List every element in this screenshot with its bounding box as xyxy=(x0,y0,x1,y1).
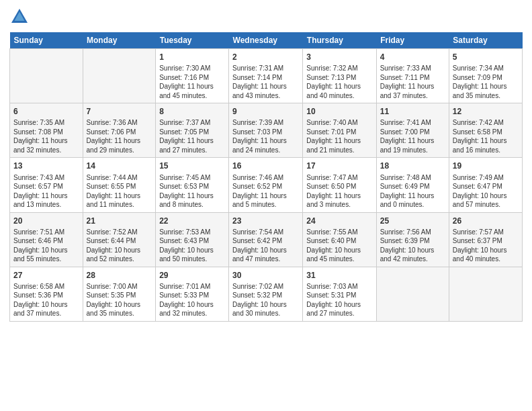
calendar-week-row: 27Sunrise: 6:58 AM Sunset: 5:36 PM Dayli… xyxy=(10,267,523,321)
calendar-cell xyxy=(10,49,83,103)
calendar-cell: 23Sunrise: 7:54 AM Sunset: 6:42 PM Dayli… xyxy=(229,212,303,267)
calendar-week-row: 13Sunrise: 7:43 AM Sunset: 6:57 PM Dayli… xyxy=(10,158,523,212)
day-number: 7 xyxy=(87,106,152,117)
weekday-header: Thursday xyxy=(303,32,376,49)
day-number: 14 xyxy=(87,161,152,171)
page-container: SundayMondayTuesdayWednesdayThursdayFrid… xyxy=(0,0,532,328)
day-number: 22 xyxy=(159,216,225,226)
calendar-cell: 19Sunrise: 7:49 AM Sunset: 6:47 PM Dayli… xyxy=(449,158,522,212)
day-number: 23 xyxy=(232,216,299,226)
calendar-week-row: 20Sunrise: 7:51 AM Sunset: 6:46 PM Dayli… xyxy=(10,212,523,267)
calendar-cell: 24Sunrise: 7:55 AM Sunset: 6:40 PM Dayli… xyxy=(303,212,376,267)
day-info: Sunrise: 7:55 AM Sunset: 6:40 PM Dayligh… xyxy=(306,228,372,264)
calendar-cell: 18Sunrise: 7:48 AM Sunset: 6:49 PM Dayli… xyxy=(376,158,449,212)
calendar-cell: 2Sunrise: 7:31 AM Sunset: 7:14 PM Daylig… xyxy=(229,49,303,103)
calendar-cell: 27Sunrise: 6:58 AM Sunset: 5:36 PM Dayli… xyxy=(10,267,83,321)
calendar-cell: 12Sunrise: 7:42 AM Sunset: 6:58 PM Dayli… xyxy=(449,103,522,158)
header xyxy=(9,7,523,27)
day-number: 12 xyxy=(453,106,519,117)
calendar-cell: 11Sunrise: 7:41 AM Sunset: 7:00 PM Dayli… xyxy=(376,103,449,158)
day-number: 19 xyxy=(453,161,519,171)
day-info: Sunrise: 7:52 AM Sunset: 6:44 PM Dayligh… xyxy=(87,228,152,264)
day-info: Sunrise: 7:33 AM Sunset: 7:11 PM Dayligh… xyxy=(380,64,445,100)
logo-icon xyxy=(9,7,30,27)
day-info: Sunrise: 7:34 AM Sunset: 7:09 PM Dayligh… xyxy=(453,64,519,100)
calendar-cell: 6Sunrise: 7:35 AM Sunset: 7:08 PM Daylig… xyxy=(10,103,83,158)
day-number: 8 xyxy=(159,106,225,117)
day-info: Sunrise: 7:40 AM Sunset: 7:01 PM Dayligh… xyxy=(306,118,372,154)
calendar-cell: 20Sunrise: 7:51 AM Sunset: 6:46 PM Dayli… xyxy=(10,212,83,267)
day-number: 13 xyxy=(13,161,79,171)
day-info: Sunrise: 7:37 AM Sunset: 7:05 PM Dayligh… xyxy=(159,118,225,154)
header-row: SundayMondayTuesdayWednesdayThursdayFrid… xyxy=(10,32,523,49)
day-info: Sunrise: 7:02 AM Sunset: 5:32 PM Dayligh… xyxy=(232,282,299,318)
day-number: 3 xyxy=(306,52,372,62)
day-info: Sunrise: 7:53 AM Sunset: 6:43 PM Dayligh… xyxy=(159,228,225,264)
day-number: 1 xyxy=(159,52,225,62)
weekday-header: Tuesday xyxy=(156,32,229,49)
calendar-week-row: 6Sunrise: 7:35 AM Sunset: 7:08 PM Daylig… xyxy=(10,103,523,158)
calendar-cell: 14Sunrise: 7:44 AM Sunset: 6:55 PM Dayli… xyxy=(83,158,156,212)
calendar-cell: 31Sunrise: 7:03 AM Sunset: 5:31 PM Dayli… xyxy=(303,267,376,321)
day-number: 28 xyxy=(87,270,152,281)
calendar-cell: 9Sunrise: 7:39 AM Sunset: 7:03 PM Daylig… xyxy=(229,103,303,158)
day-info: Sunrise: 7:54 AM Sunset: 6:42 PM Dayligh… xyxy=(232,228,299,264)
weekday-header: Wednesday xyxy=(229,32,303,49)
day-number: 26 xyxy=(453,216,519,226)
calendar-cell: 16Sunrise: 7:46 AM Sunset: 6:52 PM Dayli… xyxy=(229,158,303,212)
day-info: Sunrise: 7:49 AM Sunset: 6:47 PM Dayligh… xyxy=(453,173,519,210)
day-info: Sunrise: 7:45 AM Sunset: 6:53 PM Dayligh… xyxy=(159,173,225,210)
calendar-cell: 15Sunrise: 7:45 AM Sunset: 6:53 PM Dayli… xyxy=(156,158,229,212)
day-number: 11 xyxy=(380,106,445,117)
day-info: Sunrise: 7:36 AM Sunset: 7:06 PM Dayligh… xyxy=(87,118,152,154)
calendar-cell: 21Sunrise: 7:52 AM Sunset: 6:44 PM Dayli… xyxy=(83,212,156,267)
calendar-cell xyxy=(83,49,156,103)
day-number: 25 xyxy=(380,216,445,226)
calendar-table: SundayMondayTuesdayWednesdayThursdayFrid… xyxy=(9,32,523,322)
calendar-cell: 8Sunrise: 7:37 AM Sunset: 7:05 PM Daylig… xyxy=(156,103,229,158)
day-info: Sunrise: 7:44 AM Sunset: 6:55 PM Dayligh… xyxy=(87,173,152,210)
day-info: Sunrise: 7:32 AM Sunset: 7:13 PM Dayligh… xyxy=(306,64,372,100)
calendar-cell: 3Sunrise: 7:32 AM Sunset: 7:13 PM Daylig… xyxy=(303,49,376,103)
day-info: Sunrise: 6:58 AM Sunset: 5:36 PM Dayligh… xyxy=(13,282,79,318)
calendar-cell: 25Sunrise: 7:56 AM Sunset: 6:39 PM Dayli… xyxy=(376,212,449,267)
day-number: 16 xyxy=(232,161,299,171)
day-number: 27 xyxy=(13,270,79,281)
day-info: Sunrise: 7:48 AM Sunset: 6:49 PM Dayligh… xyxy=(380,173,445,210)
logo xyxy=(9,7,32,27)
calendar-cell: 5Sunrise: 7:34 AM Sunset: 7:09 PM Daylig… xyxy=(449,49,522,103)
calendar-cell xyxy=(376,267,449,321)
day-number: 31 xyxy=(306,270,372,281)
day-number: 30 xyxy=(232,270,299,281)
calendar-cell: 17Sunrise: 7:47 AM Sunset: 6:50 PM Dayli… xyxy=(303,158,376,212)
day-number: 9 xyxy=(232,106,299,117)
calendar-week-row: 1Sunrise: 7:30 AM Sunset: 7:16 PM Daylig… xyxy=(10,49,523,103)
day-number: 10 xyxy=(306,106,372,117)
day-number: 24 xyxy=(306,216,372,226)
day-number: 20 xyxy=(13,216,79,226)
day-number: 5 xyxy=(453,52,519,62)
day-info: Sunrise: 7:39 AM Sunset: 7:03 PM Dayligh… xyxy=(232,118,299,154)
day-info: Sunrise: 7:41 AM Sunset: 7:00 PM Dayligh… xyxy=(380,118,445,154)
calendar-cell: 7Sunrise: 7:36 AM Sunset: 7:06 PM Daylig… xyxy=(83,103,156,158)
calendar-cell: 10Sunrise: 7:40 AM Sunset: 7:01 PM Dayli… xyxy=(303,103,376,158)
calendar-cell xyxy=(449,267,522,321)
day-number: 15 xyxy=(159,161,225,171)
day-info: Sunrise: 7:00 AM Sunset: 5:35 PM Dayligh… xyxy=(87,282,152,318)
day-info: Sunrise: 7:43 AM Sunset: 6:57 PM Dayligh… xyxy=(13,173,79,210)
day-number: 2 xyxy=(232,52,299,62)
day-info: Sunrise: 7:51 AM Sunset: 6:46 PM Dayligh… xyxy=(13,228,79,264)
weekday-header: Saturday xyxy=(449,32,522,49)
day-number: 17 xyxy=(306,161,372,171)
day-info: Sunrise: 7:56 AM Sunset: 6:39 PM Dayligh… xyxy=(380,228,445,264)
day-info: Sunrise: 7:47 AM Sunset: 6:50 PM Dayligh… xyxy=(306,173,372,210)
day-info: Sunrise: 7:57 AM Sunset: 6:37 PM Dayligh… xyxy=(453,228,519,264)
day-info: Sunrise: 7:31 AM Sunset: 7:14 PM Dayligh… xyxy=(232,64,299,100)
calendar-cell: 1Sunrise: 7:30 AM Sunset: 7:16 PM Daylig… xyxy=(156,49,229,103)
day-number: 6 xyxy=(13,106,79,117)
weekday-header: Monday xyxy=(83,32,156,49)
calendar-cell: 4Sunrise: 7:33 AM Sunset: 7:11 PM Daylig… xyxy=(376,49,449,103)
weekday-header: Friday xyxy=(376,32,449,49)
weekday-header: Sunday xyxy=(10,32,83,49)
calendar-cell: 26Sunrise: 7:57 AM Sunset: 6:37 PM Dayli… xyxy=(449,212,522,267)
